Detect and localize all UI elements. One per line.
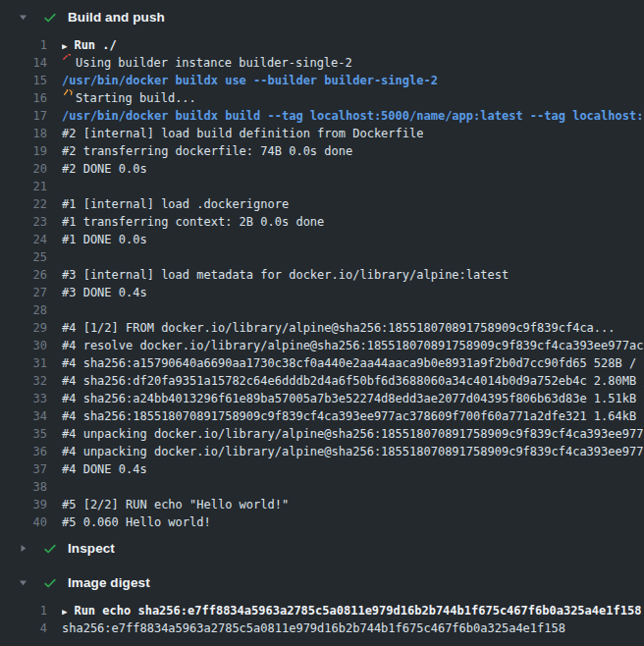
log-line[interactable]: 1 ▶Run echo sha256:e7ff8834a5963a2785c5a… (0, 602, 644, 619)
line-number[interactable]: 24 (0, 231, 47, 248)
log-line[interactable]: 37 #4 DONE 0.4s (0, 460, 644, 478)
line-text: #4 sha256:185518070891758909c9f839cf4ca3… (62, 407, 644, 425)
log-line[interactable]: 36 #4 unpacking docker.io/library/alpine… (0, 443, 644, 460)
line-number[interactable]: 29 (0, 319, 47, 337)
runner-icon (62, 89, 76, 107)
check-icon (43, 576, 57, 590)
section-header[interactable]: Image digest (0, 565, 644, 600)
log-line[interactable]: 38 (0, 478, 644, 496)
log-line[interactable]: 24 #1 DONE 0.0s (0, 231, 644, 248)
line-number[interactable]: 30 (0, 337, 47, 354)
line-number[interactable]: 34 (0, 407, 47, 425)
log-line[interactable]: 25 (0, 248, 644, 266)
log-line[interactable]: 28 (0, 301, 644, 319)
line-number[interactable]: 39 (0, 496, 47, 513)
line-text: #2 transferring dockerfile: 74B 0.0s don… (62, 142, 352, 160)
line-text: #4 unpacking docker.io/library/alpine@sh… (62, 443, 644, 460)
line-text: #4 DONE 0.4s (62, 460, 147, 478)
log-line[interactable]: 31 #4 sha256:a15790640a6690aa1730c38cf0a… (0, 354, 644, 372)
line-number[interactable]: 36 (0, 443, 47, 460)
log-line[interactable]: 16 Starting build... (0, 89, 644, 107)
play-icon[interactable]: ▶ (62, 36, 74, 54)
log-line[interactable]: 33 #4 sha256:a24bb4013296f61e89ba57005a7… (0, 390, 644, 407)
log-line[interactable]: 21 (0, 178, 644, 195)
log-line[interactable]: 20 #2 DONE 0.0s (0, 160, 644, 178)
line-text: #4 resolve docker.io/library/alpine@sha2… (62, 337, 644, 354)
line-number[interactable]: 35 (0, 425, 47, 443)
line-text: #4 sha256:a15790640a6690aa1730c38cf0a440… (62, 354, 644, 372)
line-text: #3 [internal] load metadata for docker.i… (62, 266, 509, 284)
line-number[interactable]: 33 (0, 390, 47, 407)
line-text: #5 [2/2] RUN echo "Hello world!" (62, 496, 289, 513)
line-number[interactable]: 18 (0, 125, 47, 142)
section-log-lines: 1 ▶Run ./ 14 Using builder instance buil… (0, 34, 644, 531)
section-header[interactable]: Inspect (0, 531, 644, 565)
line-number[interactable]: 15 (0, 72, 47, 89)
line-number[interactable]: 23 (0, 213, 47, 231)
section-log-lines: 1 ▶Run echo sha256:e7ff8834a5963a2785c5a… (0, 600, 644, 637)
log-line[interactable]: 34 #4 sha256:185518070891758909c9f839cf4… (0, 407, 644, 425)
log-line[interactable]: 17 /usr/bin/docker buildx build --tag lo… (0, 107, 644, 125)
line-number[interactable]: 28 (0, 301, 47, 319)
log-line[interactable]: 26 #3 [internal] load metadata for docke… (0, 266, 644, 284)
log-line[interactable]: 30 #4 resolve docker.io/library/alpine@s… (0, 337, 644, 354)
log-line[interactable]: 27 #3 DONE 0.4s (0, 284, 644, 301)
line-number[interactable]: 1 (0, 602, 47, 619)
line-number[interactable]: 40 (0, 513, 47, 531)
line-text: #1 [internal] load .dockerignore (62, 195, 289, 213)
line-number[interactable]: 1 (0, 36, 47, 54)
log-line[interactable]: 35 #4 unpacking docker.io/library/alpine… (0, 425, 644, 443)
log-line[interactable]: 40 #5 0.060 Hello world! (0, 513, 644, 531)
log-section: Inspect (0, 531, 644, 565)
log-line[interactable]: 18 #2 [internal] load build definition f… (0, 125, 644, 142)
line-number[interactable]: 4 (0, 619, 47, 637)
section-title: Image digest (68, 575, 150, 590)
line-text: #1 DONE 0.0s (62, 231, 147, 248)
line-number[interactable]: 21 (0, 178, 47, 195)
line-text: #4 [1/2] FROM docker.io/library/alpine@s… (62, 319, 616, 337)
section-header[interactable]: Build and push (0, 0, 644, 34)
check-icon (43, 11, 57, 25)
line-number[interactable]: 16 (0, 89, 47, 107)
log-line[interactable]: 23 #1 transferring context: 2B 0.0s done (0, 213, 644, 231)
line-number[interactable]: 38 (0, 478, 47, 496)
line-number[interactable]: 32 (0, 372, 47, 390)
log-line[interactable]: 15 /usr/bin/docker buildx use --builder … (0, 72, 644, 89)
line-text: #2 [internal] load build definition from… (62, 125, 423, 142)
line-number[interactable]: 37 (0, 460, 47, 478)
line-text: /usr/bin/docker buildx build --tag local… (62, 107, 644, 125)
log-line[interactable]: 32 #4 sha256:df20fa9351a15782c64e6dddb2d… (0, 372, 644, 390)
line-number[interactable]: 20 (0, 160, 47, 178)
chevron-down-icon[interactable] (18, 577, 28, 588)
line-number[interactable]: 22 (0, 195, 47, 213)
line-text: /usr/bin/docker buildx use --builder bui… (62, 72, 438, 89)
line-text: #1 transferring context: 2B 0.0s done (62, 213, 324, 231)
log-line[interactable]: 39 #5 [2/2] RUN echo "Hello world!" (0, 496, 644, 513)
line-number[interactable]: 14 (0, 54, 47, 72)
line-number[interactable]: 17 (0, 107, 47, 125)
line-text: #4 sha256:a24bb4013296f61e89ba57005a7b3e… (62, 390, 644, 407)
line-number[interactable]: 27 (0, 284, 47, 301)
workflow-log-console: Build and push 1 ▶Run ./ 14 Using builde… (0, 0, 644, 637)
play-icon[interactable]: ▶ (62, 602, 74, 619)
line-text: sha256:e7ff8834a5963a2785c5a0811e979d16b… (62, 619, 565, 637)
line-text: #3 DONE 0.4s (62, 284, 147, 301)
line-number[interactable]: 19 (0, 142, 47, 160)
log-line[interactable]: 14 Using builder instance builder-single… (0, 54, 644, 72)
line-number[interactable]: 31 (0, 354, 47, 372)
log-line[interactable]: 22 #1 [internal] load .dockerignore (0, 195, 644, 213)
log-line[interactable]: 29 #4 [1/2] FROM docker.io/library/alpin… (0, 319, 644, 337)
section-title: Inspect (68, 541, 115, 556)
log-line[interactable]: 1 ▶Run ./ (0, 36, 644, 54)
chevron-down-icon[interactable] (18, 12, 28, 23)
log-line[interactable]: 4 sha256:e7ff8834a5963a2785c5a0811e979d1… (0, 619, 644, 637)
log-section: Build and push 1 ▶Run ./ 14 Using builde… (0, 0, 644, 531)
line-text: #2 DONE 0.0s (62, 160, 147, 178)
line-text: Using builder instance builder-single-2 (62, 54, 352, 72)
check-icon (43, 542, 57, 556)
line-text: ▶Run ./ (62, 36, 117, 54)
log-line[interactable]: 19 #2 transferring dockerfile: 74B 0.0s … (0, 142, 644, 160)
line-number[interactable]: 26 (0, 266, 47, 284)
chevron-right-icon[interactable] (18, 543, 28, 554)
line-number[interactable]: 25 (0, 248, 47, 266)
